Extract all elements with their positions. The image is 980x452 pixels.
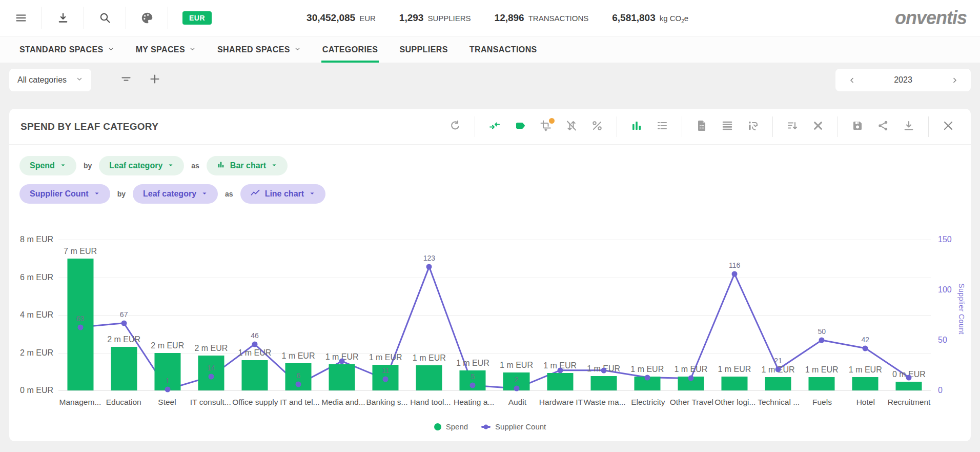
- bar-value-label: 1 m EUR: [369, 353, 402, 362]
- tab-shared-spaces[interactable]: SHARED SPACES: [216, 36, 302, 63]
- supplier-count-point[interactable]: [121, 320, 127, 326]
- chart-legend: Spend Supplier Count: [9, 422, 971, 431]
- spend-bar[interactable]: [852, 377, 879, 390]
- category-label: IT consult...: [189, 398, 232, 407]
- supplier-count-point[interactable]: [383, 377, 389, 382]
- table-view-button[interactable]: [717, 116, 738, 137]
- add-widget-button[interactable]: [144, 69, 166, 91]
- legend-item-supplier-count[interactable]: Supplier Count: [481, 422, 546, 431]
- tab-my-spaces[interactable]: MY SPACES: [135, 36, 197, 63]
- category-label: Hardware IT: [539, 398, 583, 407]
- filter-button[interactable]: [115, 69, 137, 91]
- report-button[interactable]: [691, 116, 712, 137]
- supplier-count-point[interactable]: [601, 367, 606, 373]
- search-button[interactable]: [84, 7, 126, 29]
- supplier-count-point[interactable]: [296, 382, 301, 387]
- plot-columns: 7 m EUR2 m EUR2 m EUR2 m EUR1 m EUR1 m E…: [58, 240, 931, 390]
- pivot-button[interactable]: [743, 116, 763, 137]
- plot-zone: 7 m EUR2 m EUR2 m EUR2 m EUR1 m EUR1 m E…: [58, 240, 931, 407]
- close-widget-button[interactable]: [938, 116, 958, 137]
- supplier-count-point[interactable]: [252, 341, 257, 347]
- customize-button[interactable]: [808, 116, 828, 137]
- spend-bar[interactable]: [721, 377, 747, 390]
- category-label: Fuels: [801, 398, 844, 407]
- spend-bar[interactable]: [896, 382, 922, 390]
- dimension-dropdown[interactable]: Leaf category: [99, 156, 184, 175]
- tab-suppliers[interactable]: SUPPLIERS: [398, 36, 448, 63]
- save-button[interactable]: [847, 116, 868, 137]
- spend-bar[interactable]: [329, 364, 355, 390]
- metric-label: Spend: [30, 161, 55, 170]
- download-widget-button[interactable]: [899, 116, 919, 137]
- supplier-count-point[interactable]: [470, 383, 476, 388]
- supplier-count-point[interactable]: [339, 359, 345, 364]
- disable-sort-button[interactable]: [561, 116, 582, 137]
- kpi-stats: 30,452,085 EUR 1,293 SUPPLIERS 12,896 TR…: [307, 12, 688, 24]
- bar-column: 1 m EUR: [276, 240, 320, 390]
- category-filter-dropdown[interactable]: All categories: [9, 69, 91, 91]
- conjunction: by: [117, 190, 126, 198]
- legend-label: Spend: [446, 422, 468, 431]
- chart-type-dropdown[interactable]: Line chart: [240, 184, 325, 204]
- spend-bar[interactable]: [154, 353, 180, 391]
- left-axis: 8 m EUR6 m EUR4 m EUR2 m EUR0 m EUR: [19, 240, 58, 390]
- currency-badge[interactable]: EUR: [182, 11, 212, 25]
- list-view-button[interactable]: [652, 116, 672, 137]
- supplier-count-point[interactable]: [77, 324, 83, 330]
- combine-values-button[interactable]: [484, 116, 505, 137]
- tab-categories[interactable]: CATEGORIES: [321, 36, 379, 63]
- spend-bar[interactable]: [198, 356, 224, 390]
- label-button[interactable]: [510, 116, 530, 137]
- bar-value-label: 1 m EUR: [413, 353, 446, 363]
- spend-bar[interactable]: [416, 365, 442, 390]
- supplier-count-point[interactable]: [426, 264, 432, 269]
- supplier-count-point[interactable]: [906, 375, 912, 380]
- chevron-down-icon: [76, 75, 83, 85]
- supplier-count-point[interactable]: [863, 345, 868, 351]
- export-button[interactable]: [42, 7, 84, 29]
- right-axis-title: Supplier Count: [957, 283, 966, 335]
- spend-bar[interactable]: [590, 376, 617, 390]
- spend-bar[interactable]: [765, 377, 791, 390]
- theme-button[interactable]: [126, 7, 168, 29]
- bar-value-label: 7 m EUR: [64, 247, 97, 256]
- category-label: Banking s...: [365, 398, 409, 407]
- supplier-count-point[interactable]: [165, 387, 170, 392]
- crop-button[interactable]: [536, 116, 556, 137]
- share-button[interactable]: [873, 116, 893, 137]
- menu-button[interactable]: [0, 7, 42, 29]
- percent-button[interactable]: [587, 116, 607, 137]
- tab-standard-spaces[interactable]: STANDARD SPACES: [18, 36, 115, 63]
- supplier-count-point[interactable]: [732, 271, 738, 277]
- supplier-count-point[interactable]: [819, 338, 825, 343]
- refresh-button[interactable]: [445, 116, 465, 137]
- spend-bar[interactable]: [241, 360, 268, 390]
- legend-item-spend[interactable]: Spend: [434, 422, 468, 431]
- spend-bar[interactable]: [547, 373, 573, 390]
- supplier-count-point[interactable]: [208, 374, 214, 379]
- category-label: Other Travel: [670, 398, 713, 407]
- category-label: IT and tel...: [278, 398, 322, 407]
- spend-bar[interactable]: [111, 347, 137, 390]
- percent-icon: [591, 120, 603, 134]
- spend-bar[interactable]: [809, 377, 835, 390]
- sort-descending-icon: [786, 120, 799, 134]
- chart-type-dropdown[interactable]: Bar chart: [207, 156, 288, 175]
- previous-year-button[interactable]: [845, 73, 859, 87]
- supplier-count-point[interactable]: [644, 375, 650, 380]
- bar-column: 1 m EUR: [800, 240, 844, 390]
- supplier-count-point[interactable]: [514, 386, 519, 391]
- supplier-count-point[interactable]: [557, 367, 563, 373]
- chart-view-button[interactable]: [626, 116, 647, 137]
- next-year-button[interactable]: [947, 73, 962, 87]
- supplier-count-point[interactable]: [688, 376, 693, 381]
- close-icon: [942, 119, 955, 134]
- sort-button[interactable]: [782, 116, 803, 137]
- metric-dropdown[interactable]: Spend: [19, 156, 76, 175]
- dimension-dropdown[interactable]: Leaf category: [133, 184, 218, 204]
- metric-dropdown[interactable]: Supplier Count: [19, 184, 110, 204]
- nav-tabs: STANDARD SPACESMY SPACESSHARED SPACESCAT…: [0, 36, 980, 63]
- year-selector[interactable]: 2023: [835, 69, 971, 91]
- tab-transactions[interactable]: TRANSACTIONS: [468, 36, 538, 63]
- supplier-count-point[interactable]: [775, 366, 781, 372]
